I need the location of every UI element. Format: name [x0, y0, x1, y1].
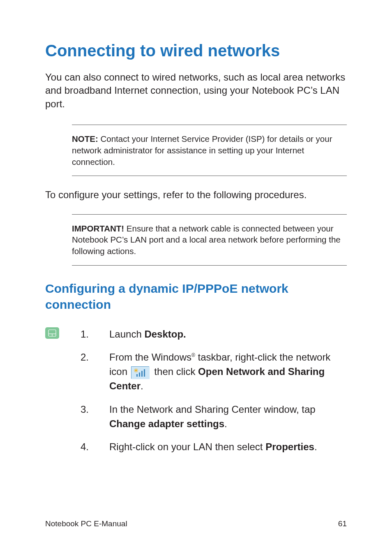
- step-text: Launch Desktop.: [109, 327, 347, 342]
- intro-paragraph: You can also connect to wired networks, …: [45, 71, 347, 111]
- svg-rect-6: [141, 371, 143, 377]
- footer-title: Notebook PC E-Manual: [45, 519, 127, 528]
- text-fragment: .: [141, 380, 143, 391]
- step-number: 1.: [81, 327, 109, 342]
- text-fragment: Right-click on your LAN then select: [109, 441, 265, 452]
- text-fragment: From the Windows: [109, 352, 191, 363]
- registered-mark: ®: [191, 352, 195, 358]
- text-fragment: Launch: [109, 329, 144, 340]
- svg-rect-7: [144, 369, 145, 377]
- steps-area: 1. Launch Desktop. 2. From the Windows® …: [45, 327, 347, 464]
- svg-point-8: [135, 370, 136, 371]
- svg-rect-4: [136, 374, 138, 377]
- step-text: In the Network and Sharing Center window…: [109, 403, 347, 431]
- svg-rect-3: [131, 367, 150, 379]
- text-fragment: In the Network and Sharing Center window…: [109, 404, 316, 415]
- text-fragment: .: [314, 441, 317, 452]
- note-label: NOTE:: [72, 134, 98, 143]
- steps-list: 1. Launch Desktop. 2. From the Windows® …: [81, 327, 347, 464]
- touchpad-icon: [45, 327, 59, 339]
- text-bold: Properties: [265, 441, 314, 452]
- section-heading: Configuring a dynamic IP/PPPoE network c…: [45, 280, 347, 312]
- step-number: 3.: [81, 403, 109, 431]
- step-3: 3. In the Network and Sharing Center win…: [81, 403, 347, 431]
- page-number: 61: [338, 519, 347, 528]
- page-footer: Notebook PC E-Manual 61: [45, 519, 347, 528]
- configure-line: To configure your settings, refer to the…: [45, 188, 347, 201]
- important-label: IMPORTANT!: [72, 224, 124, 233]
- network-tray-icon: [131, 366, 149, 379]
- note-callout: NOTE: Contact your Internet Service Prov…: [72, 125, 347, 176]
- step-number: 4.: [81, 440, 109, 454]
- step-1: 1. Launch Desktop.: [81, 327, 347, 342]
- step-text: From the Windows® taskbar, right-click t…: [109, 350, 347, 393]
- text-fragment: then click: [152, 366, 198, 377]
- step-number: 2.: [81, 350, 109, 393]
- text-bold: Desktop.: [144, 329, 186, 340]
- manual-page: Connecting to wired networks You can als…: [0, 0, 392, 553]
- step-4: 4. Right-click on your LAN then select P…: [81, 440, 347, 454]
- svg-rect-5: [139, 373, 140, 377]
- step-text: Right-click on your LAN then select Prop…: [109, 440, 347, 454]
- text-fragment: .: [224, 418, 227, 429]
- note-body: Contact your Internet Service Provider (…: [72, 134, 332, 166]
- page-title: Connecting to wired networks: [45, 41, 347, 60]
- step-2: 2. From the Windows® taskbar, right-clic…: [81, 350, 347, 393]
- text-bold: Change adapter settings: [109, 418, 224, 429]
- important-callout: IMPORTANT! Ensure that a network cable i…: [72, 214, 347, 266]
